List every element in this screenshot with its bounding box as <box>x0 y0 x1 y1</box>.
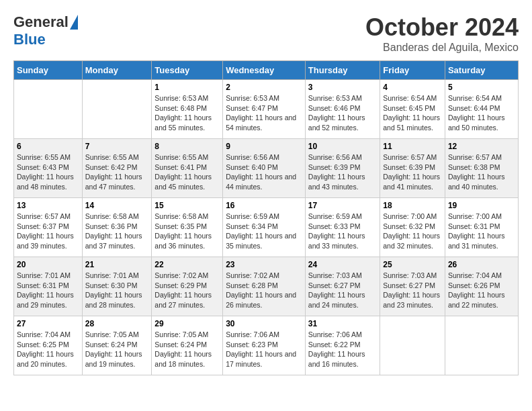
day-cell: 9Sunrise: 6:56 AM Sunset: 6:40 PM Daylig… <box>223 139 306 198</box>
day-info: Sunrise: 6:55 AM Sunset: 6:41 PM Dayligh… <box>154 152 220 192</box>
day-info: Sunrise: 7:02 AM Sunset: 6:28 PM Dayligh… <box>226 271 302 310</box>
day-number: 18 <box>383 201 442 210</box>
day-cell: 21Sunrise: 7:01 AM Sunset: 6:30 PM Dayli… <box>82 257 152 316</box>
day-cell: 1Sunrise: 6:53 AM Sunset: 6:48 PM Daylig… <box>152 80 223 139</box>
day-cell <box>14 80 83 139</box>
week-row-1: 1Sunrise: 6:53 AM Sunset: 6:48 PM Daylig… <box>14 80 519 139</box>
day-info: Sunrise: 6:58 AM Sunset: 6:35 PM Dayligh… <box>154 212 220 251</box>
day-info: Sunrise: 6:53 AM Sunset: 6:47 PM Dayligh… <box>226 93 302 133</box>
day-info: Sunrise: 7:04 AM Sunset: 6:26 PM Dayligh… <box>448 271 515 310</box>
day-cell: 11Sunrise: 6:57 AM Sunset: 6:39 PM Dayli… <box>380 139 445 198</box>
day-number: 29 <box>154 319 220 328</box>
day-number: 12 <box>448 142 515 151</box>
day-cell: 10Sunrise: 6:56 AM Sunset: 6:39 PM Dayli… <box>305 139 380 198</box>
day-info: Sunrise: 6:57 AM Sunset: 6:38 PM Dayligh… <box>448 152 515 192</box>
day-info: Sunrise: 6:55 AM Sunset: 6:42 PM Dayligh… <box>85 152 149 192</box>
day-cell: 15Sunrise: 6:58 AM Sunset: 6:35 PM Dayli… <box>152 198 223 257</box>
logo-blue-text: Blue <box>13 31 46 48</box>
day-number: 25 <box>383 260 442 269</box>
day-cell: 8Sunrise: 6:55 AM Sunset: 6:41 PM Daylig… <box>152 139 223 198</box>
logo-triangle-icon <box>70 15 78 30</box>
day-number: 15 <box>154 201 220 210</box>
day-info: Sunrise: 6:54 AM Sunset: 6:45 PM Dayligh… <box>383 93 442 133</box>
day-number: 6 <box>17 142 79 151</box>
header-cell-thursday: Thursday <box>305 61 380 80</box>
header-cell-wednesday: Wednesday <box>223 61 306 80</box>
header-row: SundayMondayTuesdayWednesdayThursdayFrid… <box>14 61 519 80</box>
day-number: 31 <box>308 319 377 328</box>
day-info: Sunrise: 6:56 AM Sunset: 6:40 PM Dayligh… <box>226 152 302 192</box>
day-cell: 18Sunrise: 7:00 AM Sunset: 6:32 PM Dayli… <box>380 198 445 257</box>
day-cell: 7Sunrise: 6:55 AM Sunset: 6:42 PM Daylig… <box>82 139 152 198</box>
day-number: 20 <box>17 260 79 269</box>
week-row-4: 20Sunrise: 7:01 AM Sunset: 6:31 PM Dayli… <box>14 257 519 316</box>
day-cell: 26Sunrise: 7:04 AM Sunset: 6:26 PM Dayli… <box>445 257 518 316</box>
day-cell: 14Sunrise: 6:58 AM Sunset: 6:36 PM Dayli… <box>82 198 152 257</box>
day-info: Sunrise: 6:53 AM Sunset: 6:46 PM Dayligh… <box>308 93 377 133</box>
day-info: Sunrise: 6:59 AM Sunset: 6:33 PM Dayligh… <box>308 212 377 251</box>
header-cell-friday: Friday <box>380 61 445 80</box>
day-number: 30 <box>226 319 302 328</box>
header-cell-saturday: Saturday <box>445 61 518 80</box>
day-info: Sunrise: 7:06 AM Sunset: 6:22 PM Dayligh… <box>308 330 377 369</box>
day-info: Sunrise: 7:06 AM Sunset: 6:23 PM Dayligh… <box>226 330 302 369</box>
day-cell: 31Sunrise: 7:06 AM Sunset: 6:22 PM Dayli… <box>305 316 380 375</box>
day-number: 10 <box>308 142 377 151</box>
day-info: Sunrise: 7:05 AM Sunset: 6:24 PM Dayligh… <box>85 330 149 369</box>
day-info: Sunrise: 6:55 AM Sunset: 6:43 PM Dayligh… <box>17 152 79 192</box>
day-cell: 3Sunrise: 6:53 AM Sunset: 6:46 PM Daylig… <box>305 80 380 139</box>
day-cell: 17Sunrise: 6:59 AM Sunset: 6:33 PM Dayli… <box>305 198 380 257</box>
day-info: Sunrise: 7:01 AM Sunset: 6:31 PM Dayligh… <box>17 271 79 310</box>
day-cell: 25Sunrise: 7:03 AM Sunset: 6:27 PM Dayli… <box>380 257 445 316</box>
day-number: 28 <box>85 319 149 328</box>
day-info: Sunrise: 6:53 AM Sunset: 6:48 PM Dayligh… <box>154 93 220 133</box>
location-title: Banderas del Aguila, Mexico <box>365 42 519 54</box>
day-number: 3 <box>308 83 377 92</box>
day-cell: 27Sunrise: 7:04 AM Sunset: 6:25 PM Dayli… <box>14 316 83 375</box>
day-number: 5 <box>448 83 515 92</box>
day-number: 22 <box>154 260 220 269</box>
day-number: 21 <box>85 260 149 269</box>
day-cell: 30Sunrise: 7:06 AM Sunset: 6:23 PM Dayli… <box>223 316 306 375</box>
day-number: 4 <box>383 83 442 92</box>
day-number: 27 <box>17 319 79 328</box>
day-number: 7 <box>85 142 149 151</box>
week-row-5: 27Sunrise: 7:04 AM Sunset: 6:25 PM Dayli… <box>14 316 519 375</box>
page-header: General Blue October 2024 Banderas del A… <box>13 13 519 54</box>
logo-general-text: General <box>13 13 69 31</box>
day-cell: 16Sunrise: 6:59 AM Sunset: 6:34 PM Dayli… <box>223 198 306 257</box>
day-number: 13 <box>17 201 79 210</box>
day-info: Sunrise: 7:00 AM Sunset: 6:32 PM Dayligh… <box>383 212 442 251</box>
day-cell: 20Sunrise: 7:01 AM Sunset: 6:31 PM Dayli… <box>14 257 83 316</box>
day-info: Sunrise: 7:01 AM Sunset: 6:30 PM Dayligh… <box>85 271 149 310</box>
day-info: Sunrise: 6:57 AM Sunset: 6:39 PM Dayligh… <box>383 152 442 192</box>
day-cell: 4Sunrise: 6:54 AM Sunset: 6:45 PM Daylig… <box>380 80 445 139</box>
day-number: 8 <box>154 142 220 151</box>
day-info: Sunrise: 7:02 AM Sunset: 6:29 PM Dayligh… <box>154 271 220 310</box>
day-cell: 24Sunrise: 7:03 AM Sunset: 6:27 PM Dayli… <box>305 257 380 316</box>
day-number: 2 <box>226 83 302 92</box>
day-cell: 22Sunrise: 7:02 AM Sunset: 6:29 PM Dayli… <box>152 257 223 316</box>
day-number: 23 <box>226 260 302 269</box>
day-info: Sunrise: 7:00 AM Sunset: 6:31 PM Dayligh… <box>448 212 515 251</box>
day-cell: 29Sunrise: 7:05 AM Sunset: 6:24 PM Dayli… <box>152 316 223 375</box>
week-row-3: 13Sunrise: 6:57 AM Sunset: 6:37 PM Dayli… <box>14 198 519 257</box>
day-info: Sunrise: 6:59 AM Sunset: 6:34 PM Dayligh… <box>226 212 302 251</box>
day-number: 19 <box>448 201 515 210</box>
week-row-2: 6Sunrise: 6:55 AM Sunset: 6:43 PM Daylig… <box>14 139 519 198</box>
day-cell: 28Sunrise: 7:05 AM Sunset: 6:24 PM Dayli… <box>82 316 152 375</box>
day-number: 1 <box>154 83 220 92</box>
header-cell-monday: Monday <box>82 61 152 80</box>
day-info: Sunrise: 6:57 AM Sunset: 6:37 PM Dayligh… <box>17 212 79 251</box>
day-number: 17 <box>308 201 377 210</box>
day-number: 14 <box>85 201 149 210</box>
day-cell: 6Sunrise: 6:55 AM Sunset: 6:43 PM Daylig… <box>14 139 83 198</box>
title-block: October 2024 Banderas del Aguila, Mexico <box>365 13 519 54</box>
day-cell: 12Sunrise: 6:57 AM Sunset: 6:38 PM Dayli… <box>445 139 518 198</box>
day-info: Sunrise: 7:03 AM Sunset: 6:27 PM Dayligh… <box>308 271 377 310</box>
day-cell: 13Sunrise: 6:57 AM Sunset: 6:37 PM Dayli… <box>14 198 83 257</box>
month-title: October 2024 <box>365 13 519 42</box>
day-cell: 19Sunrise: 7:00 AM Sunset: 6:31 PM Dayli… <box>445 198 518 257</box>
day-cell: 23Sunrise: 7:02 AM Sunset: 6:28 PM Dayli… <box>223 257 306 316</box>
day-number: 11 <box>383 142 442 151</box>
